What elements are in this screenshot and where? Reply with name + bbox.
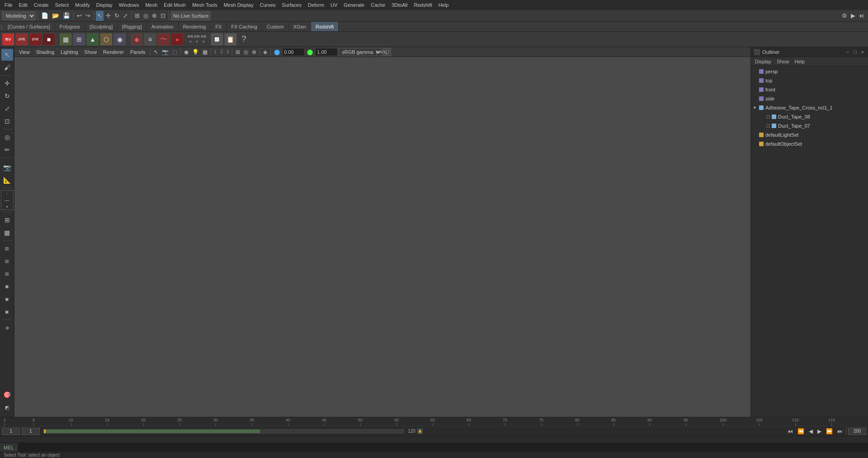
vp-xray-icon[interactable]: ⊕	[250, 48, 258, 56]
attr4-btn[interactable]: ▣	[1, 281, 13, 292]
outliner-item-persp[interactable]: persp	[751, 67, 868, 76]
shelf-tab-rigging[interactable]: [ Rigging ]	[118, 22, 146, 31]
outliner-item-side[interactable]: side	[751, 94, 868, 103]
move-tool-btn[interactable]: ✛	[104, 11, 112, 21]
shelf-icon3[interactable]: ▲	[86, 33, 99, 46]
shelf-icon5[interactable]: ◉	[113, 33, 126, 46]
shelf-tab-curves-surfaces[interactable]: [ Curves / Surfaces ]	[3, 22, 55, 31]
menu-create[interactable]: Create	[31, 1, 52, 9]
menu-modify[interactable]: Modify	[72, 1, 92, 9]
camera-btn[interactable]: 📷	[1, 162, 13, 173]
snap4-btn[interactable]: ⊡	[159, 11, 167, 21]
shelf-icon1[interactable]: ▦	[59, 33, 72, 46]
outliner-menu-help[interactable]: Help	[793, 58, 807, 65]
paint-select-btn[interactable]: 🖌	[1, 62, 13, 73]
menu-mesh-tools[interactable]: Mesh Tools	[189, 1, 220, 9]
menu-surfaces[interactable]: Surfaces	[279, 1, 304, 9]
outliner-menu-display[interactable]: Display	[753, 58, 774, 65]
attr3-btn[interactable]: ▤	[1, 268, 13, 280]
shelf-icon4[interactable]: ⬡	[100, 33, 113, 46]
render-btn[interactable]: ▶	[849, 11, 857, 21]
shelf-tab-rendering[interactable]: Rendering	[179, 22, 211, 31]
scale-tool-btn[interactable]: ⤢	[122, 11, 129, 21]
vp-menu-view[interactable]: View	[16, 48, 33, 56]
menu-select[interactable]: Select	[52, 1, 72, 9]
shelf-icon6[interactable]: ◆	[130, 33, 143, 46]
move-btn[interactable]: ✛	[1, 77, 13, 89]
outliner-maximize-btn[interactable]: □	[852, 49, 858, 55]
shelf-tab-polygons[interactable]: Polygons	[55, 22, 85, 31]
sculpt-btn[interactable]: ✏	[1, 144, 13, 156]
shelf-ipr-icon[interactable]: IPR	[15, 33, 28, 46]
vp-gamma-icon[interactable]: ⬤	[306, 48, 314, 56]
grid-toggle-btn[interactable]: ⊞	[1, 214, 13, 226]
start-frame-input[interactable]	[2, 428, 20, 435]
outliner-item-objectset[interactable]: defaultObjectSet	[751, 139, 868, 148]
timeline-range-bar[interactable]	[43, 429, 404, 434]
outliner-item-tape-group[interactable]: ▼ Adhesive_Tape_Cross_ncl1_1	[751, 103, 868, 112]
undo-btn[interactable]: ↩	[75, 11, 83, 21]
menu-windows[interactable]: Windows	[116, 1, 142, 9]
vp-gamma-select[interactable]: sRGB gamma	[339, 48, 382, 56]
outliner-item-lightset[interactable]: defaultLightSet	[751, 130, 868, 139]
shelf-icon11[interactable]: 📋	[224, 33, 237, 46]
redo-btn[interactable]: ↪	[84, 11, 92, 21]
snap3-btn[interactable]: ⊕	[151, 11, 158, 21]
save-file-btn[interactable]: 💾	[61, 11, 71, 21]
vp-select-icon[interactable]: ↖	[152, 48, 160, 56]
menu-curves[interactable]: Curves	[257, 1, 278, 9]
shelf-tab-xgen[interactable]: XGen	[289, 22, 311, 31]
shelf-tab-fx-caching[interactable]: FX Caching	[226, 22, 262, 31]
shelf-icon8[interactable]: 〜	[157, 33, 170, 46]
viewport-layout-btn[interactable]: 🎯	[1, 389, 13, 401]
outliner-item-front[interactable]: front	[751, 85, 868, 94]
mel-input[interactable]	[18, 443, 868, 452]
no-live-surface-btn[interactable]: No Live Surface	[171, 11, 211, 20]
display-toggle-btn[interactable]: ▦	[1, 227, 13, 239]
current-frame-input[interactable]	[22, 428, 40, 435]
soft-mod-btn[interactable]: ◎	[1, 131, 13, 143]
menu-generate[interactable]: Generate	[341, 1, 367, 9]
prev-frame-btn[interactable]: ⏪	[796, 426, 806, 436]
attr6-btn[interactable]: ▣	[1, 306, 13, 318]
outliner-item-top[interactable]: top	[751, 76, 868, 85]
edge-mode-btn[interactable]: —	[1, 197, 13, 203]
menu-mesh[interactable]: Mesh	[142, 1, 160, 9]
menu-3dtall[interactable]: 3DtoAll	[389, 1, 410, 9]
vp-menu-renderer[interactable]: Renderer	[100, 48, 127, 56]
vp-menu-show[interactable]: Show	[82, 48, 100, 56]
shelf-tab-fx[interactable]: FX	[211, 22, 226, 31]
shelf-icon10[interactable]: 🔲	[211, 33, 223, 46]
go-end-btn[interactable]: ⏭	[836, 426, 844, 436]
shelf-tab-custom[interactable]: Custom	[262, 22, 289, 31]
range-end-input[interactable]	[848, 428, 866, 435]
play-back-btn[interactable]: ◀	[807, 426, 814, 436]
vp-menu-panels[interactable]: Panels	[127, 48, 148, 56]
vp-res1-icon[interactable]: 1	[213, 49, 218, 55]
snap-btn[interactable]: ⊞	[133, 11, 141, 21]
select-mode-btn[interactable]: ↖	[1, 49, 13, 61]
scale-btn[interactable]: ⤢	[1, 103, 13, 114]
misc-btn[interactable]: ⊕	[1, 322, 13, 334]
vp-cam-icon[interactable]: 📷	[160, 48, 170, 56]
go-start-btn[interactable]: ⏮	[786, 426, 794, 436]
mode-selector[interactable]: Modeling	[2, 11, 36, 20]
shelf-rv-icon[interactable]: RV	[2, 33, 14, 46]
vp-gamma-expand-btn[interactable]: ▾	[383, 48, 391, 56]
vp-texture-icon[interactable]: ▦	[201, 48, 209, 56]
face-mode-btn[interactable]: ▪	[1, 203, 13, 210]
render-settings-btn[interactable]: ⚙	[840, 11, 849, 21]
vp-snap-icon[interactable]: ◎	[242, 48, 250, 56]
next-frame-btn[interactable]: ⏩	[825, 426, 834, 436]
vp-lit-icon[interactable]: 💡	[191, 48, 200, 56]
vp-menu-lighting[interactable]: Lighting	[58, 48, 81, 56]
measure-btn[interactable]: 📐	[1, 174, 13, 186]
ipr-btn[interactable]: ⏯	[858, 11, 866, 21]
play-btn[interactable]: ▶	[816, 426, 823, 436]
tape-group-expand[interactable]: ▼	[753, 105, 758, 110]
vp-hdr-icon[interactable]: ⬤	[273, 48, 281, 56]
vp-gamma-input[interactable]	[315, 48, 338, 56]
menu-uv[interactable]: UV	[328, 1, 340, 9]
vp-isolate-icon[interactable]: ◈	[262, 48, 269, 56]
vp-res2-icon[interactable]: 2	[219, 49, 224, 55]
